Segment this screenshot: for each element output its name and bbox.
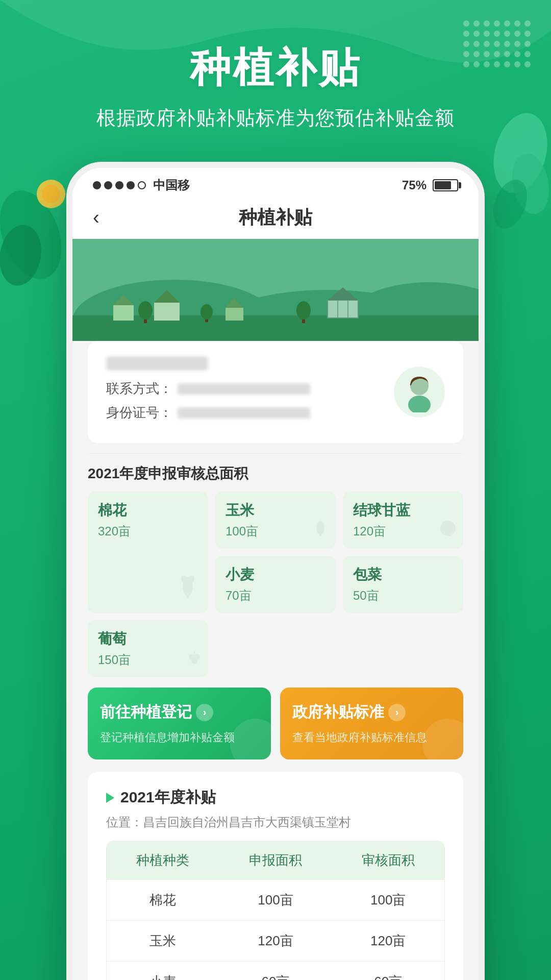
navbar-title: 种植补贴 (239, 205, 312, 230)
plant-registration-button[interactable]: 前往种植登记 › 登记种植信息增加补贴金额 (88, 688, 271, 760)
crop-name-pakchoi: 包菜 (353, 565, 453, 584)
app-hero (72, 239, 479, 341)
subsidy-table: 种植种类 申报面积 审核面积 棉花100亩100亩玉米120亩120亩小麦60亩… (106, 841, 445, 980)
battery-icon (433, 179, 458, 191)
user-contact-field: 联系方式： (106, 380, 394, 398)
crop-section: 2021年度申报审核总面积 棉花 320亩 (88, 464, 463, 677)
table-cell-2-1: 60亩 (219, 962, 332, 980)
table-header: 种植种类 申报面积 审核面积 (107, 841, 444, 879)
status-bar: 中国移 75% (72, 168, 479, 199)
table-row: 小麦60亩60亩 (107, 961, 444, 980)
carrier-text: 中国移 (153, 177, 190, 193)
battery-fill (435, 181, 451, 189)
main-title: 种植补贴 (0, 41, 551, 96)
crop-card-cotton: 棉花 320亩 (88, 492, 208, 613)
crop-area-pakchoi: 50亩 (353, 587, 453, 604)
table-row: 棉花100亩100亩 (107, 879, 444, 920)
svg-rect-24 (328, 300, 358, 318)
table-header-col3: 审核面积 (332, 841, 444, 879)
table-cell-2-2: 60亩 (332, 962, 444, 980)
app-navbar: ‹ 种植补贴 (72, 199, 479, 239)
crop-card-grape: 葡萄 150亩 (88, 620, 208, 677)
crop-icon-corn (310, 515, 331, 545)
table-cell-1-1: 120亩 (219, 921, 332, 961)
table-cell-0-1: 100亩 (219, 880, 332, 920)
svg-rect-14 (154, 303, 180, 321)
crop-name-cotton: 棉花 (98, 501, 198, 520)
crop-icon-cabbage (438, 515, 458, 545)
contact-blur (178, 383, 310, 395)
crop-card-cabbage: 结球甘蓝 120亩 (343, 492, 463, 549)
status-right: 75% (402, 178, 458, 192)
signal-dot-4 (127, 181, 135, 189)
signal-dot-5 (138, 181, 146, 189)
user-info: 联系方式： 身份证号： (106, 356, 394, 428)
gov-standard-button[interactable]: 政府补贴标准 › 查看当地政府补贴标准信息 (280, 688, 463, 760)
crop-card-corn: 玉米 100亩 (215, 492, 336, 549)
svg-point-34 (440, 521, 456, 536)
header-section: 种植补贴 根据政府补贴补贴标准为您预估补贴金额 (0, 0, 551, 131)
app-content: 联系方式： 身份证号： (72, 341, 479, 980)
table-cell-1-0: 玉米 (107, 921, 219, 961)
table-cell-1-2: 120亩 (332, 921, 444, 961)
gov-std-label: 政府补贴标准 (292, 702, 384, 723)
plant-reg-title: 前往种植登记 › (100, 702, 259, 723)
crop-grid: 棉花 320亩 (88, 492, 463, 677)
gov-std-arrow: › (388, 704, 406, 721)
plant-reg-label: 前往种植登记 (100, 702, 192, 723)
table-header-col1: 种植种类 (107, 841, 219, 879)
crop-area-wheat: 70亩 (226, 587, 325, 604)
crop-card-pakchoi: 包菜 50亩 (343, 556, 463, 613)
id-blur (178, 407, 310, 419)
crop-icon-cotton (172, 572, 203, 609)
table-cell-0-0: 棉花 (107, 880, 219, 920)
green-triangle (106, 793, 114, 803)
signal-dot-3 (115, 181, 123, 189)
svg-point-21 (201, 304, 213, 320)
btn-decoration-2 (422, 719, 463, 760)
user-id-field: 身份证号： (106, 404, 394, 422)
svg-rect-16 (226, 308, 243, 321)
btn-decoration-1 (230, 719, 271, 760)
crop-area-cotton: 320亩 (98, 523, 198, 540)
avatar-svg (399, 372, 440, 412)
svg-rect-12 (113, 305, 134, 321)
crop-icon-grape (183, 644, 203, 673)
id-label: 身份证号： (106, 404, 172, 422)
table-header-col2: 申报面积 (219, 841, 332, 879)
user-avatar (394, 366, 445, 418)
table-cell-0-2: 100亩 (332, 880, 444, 920)
plant-reg-arrow: › (196, 704, 213, 721)
sub-title: 根据政府补贴补贴标准为您预估补贴金额 (0, 105, 551, 131)
svg-point-19 (138, 301, 153, 320)
table-cell-2-0: 小麦 (107, 962, 219, 980)
table-row: 玉米120亩120亩 (107, 920, 444, 961)
crop-card-wheat: 小麦 70亩 (215, 556, 336, 613)
user-name-blur (106, 356, 208, 371)
svg-point-37 (191, 658, 197, 664)
table-body: 棉花100亩100亩玉米120亩120亩小麦60亩60亩结球甘蓝50亩50亩 (107, 879, 444, 980)
crop-name-wheat: 小麦 (226, 565, 325, 584)
phone-wrapper: 中国移 75% ‹ 种植补贴 (0, 162, 551, 980)
phone-mockup: 中国移 75% ‹ 种植补贴 (66, 162, 485, 980)
gov-std-title: 政府补贴标准 › (292, 702, 451, 723)
back-button[interactable]: ‹ (93, 207, 99, 229)
hero-landscape (72, 239, 479, 341)
signal-dot-1 (93, 181, 101, 189)
signal-dot-2 (104, 181, 112, 189)
svg-point-30 (408, 396, 431, 412)
crop-section-title: 2021年度申报审核总面积 (88, 464, 463, 483)
svg-point-23 (296, 301, 311, 320)
status-left: 中国移 (93, 177, 190, 193)
divider-1 (88, 453, 463, 454)
contact-label: 联系方式： (106, 380, 172, 398)
user-card: 联系方式： 身份证号： (88, 341, 463, 443)
subsidy-header: 2021年度补贴 (106, 787, 445, 808)
action-buttons: 前往种植登记 › 登记种植信息增加补贴金额 政府补贴标准 › 查看当地政府补贴标… (88, 688, 463, 760)
subsidy-location: 位置：昌吉回族自治州昌吉市大西渠镇玉堂村 (106, 814, 445, 830)
battery-percentage: 75% (402, 178, 427, 192)
subsidy-section: 2021年度补贴 位置：昌吉回族自治州昌吉市大西渠镇玉堂村 种植种类 申报面积 … (88, 772, 463, 980)
subsidy-title: 2021年度补贴 (120, 787, 216, 808)
